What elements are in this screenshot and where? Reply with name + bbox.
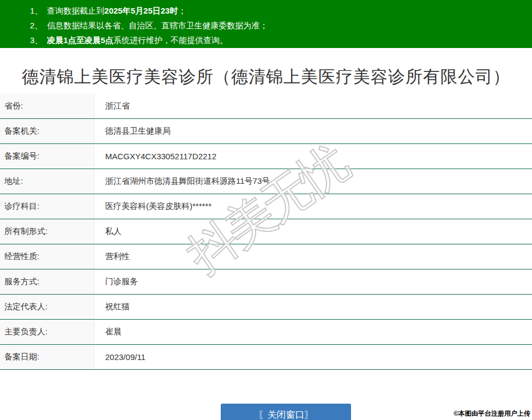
notice-line-3: 3、凌晨1点至凌晨5点系统进行维护，不能提供查询。 bbox=[0, 33, 532, 47]
row-label: 所有制形式: bbox=[0, 219, 94, 244]
table-row-ownership-form: 所有制形式: 私人 bbox=[0, 219, 532, 244]
table-row-service-mode: 服务方式: 门诊服务 bbox=[0, 269, 532, 295]
notice-text: 系统进行维护，不能提供查询。 bbox=[113, 35, 228, 45]
row-value: 浙江省湖州市德清县舞阳街道科源路11号73号 bbox=[94, 169, 532, 194]
row-label: 备案日期: bbox=[0, 345, 94, 369]
notice-line-1: 1、查询数据截止到2025年5月25日23时； bbox=[0, 3, 532, 18]
notice-text: ； bbox=[178, 6, 186, 15]
row-value: 浙江省 bbox=[94, 94, 532, 118]
row-label: 服务方式: bbox=[0, 269, 94, 294]
record-info-table: 省份: 浙江省 备案机关: 德清县卫生健康局 备案编号: MACGXY4CX33… bbox=[0, 94, 532, 370]
record-query-page: 1、查询数据截止到2025年5月25日23时； 2、信息数据结果以各省、自治区、… bbox=[0, 0, 532, 420]
page-title: 德清锦上美医疗美容诊所（德清锦上美医疗美容诊所有限公司） bbox=[0, 65, 532, 88]
row-label: 地址: bbox=[0, 169, 94, 194]
table-row-filing-date: 备案日期: 2023/09/11 bbox=[0, 345, 532, 370]
row-label: 主要负责人: bbox=[0, 320, 94, 344]
row-label: 备案编号: bbox=[0, 144, 94, 169]
notice-number: 2、 bbox=[30, 21, 43, 30]
notice-line-2: 2、信息数据结果以各省、自治区、直辖市卫生健康委数据为准； bbox=[0, 18, 532, 33]
table-row-legal-representative: 法定代表人: 祝红猫 bbox=[0, 295, 532, 320]
row-value: 门诊服务 bbox=[94, 269, 532, 294]
row-value: 2023/09/11 bbox=[94, 345, 532, 369]
row-value: 祝红猫 bbox=[94, 295, 532, 319]
notice-number: 1、 bbox=[30, 6, 43, 15]
table-row-filing-authority: 备案机关: 德清县卫生健康局 bbox=[0, 119, 532, 144]
row-value: MACGXY4CX33052117D2212 bbox=[94, 144, 532, 169]
notice-number: 3、 bbox=[30, 35, 43, 45]
row-label: 经营性质: bbox=[0, 244, 94, 269]
notice-text: 查询数据截止到 bbox=[47, 6, 104, 15]
row-value: 德清县卫生健康局 bbox=[94, 119, 532, 143]
notice-text-bold: 凌晨1点至凌晨5点 bbox=[47, 35, 113, 45]
row-value: 私人 bbox=[94, 219, 532, 244]
row-label: 法定代表人: bbox=[0, 295, 94, 319]
notice-text: 信息数据结果以各省、自治区、直辖市卫生健康委数据为准； bbox=[47, 21, 268, 30]
row-value: 崔晨 bbox=[94, 320, 532, 344]
row-value: 医疗美容科(美容皮肤科)****** bbox=[94, 194, 532, 219]
row-label: 省份: bbox=[0, 94, 94, 118]
table-row-address: 地址: 浙江省湖州市德清县舞阳街道科源路11号73号 bbox=[0, 169, 532, 194]
notice-banner: 1、查询数据截止到2025年5月25日23时； 2、信息数据结果以各省、自治区、… bbox=[0, 0, 532, 48]
row-label: 诊疗科目: bbox=[0, 194, 94, 219]
table-row-filing-number: 备案编号: MACGXY4CX33052117D2212 bbox=[0, 144, 532, 169]
notice-text-bold: 2025年5月25日23时 bbox=[104, 6, 178, 15]
table-row-treatment-subjects: 诊疗科目: 医疗美容科(美容皮肤科)****** bbox=[0, 194, 532, 219]
upload-attribution-note: ©本图由平台注册用户上传 bbox=[454, 409, 530, 418]
row-label: 备案机关: bbox=[0, 119, 94, 143]
table-row-business-nature: 经营性质: 营利性 bbox=[0, 244, 532, 269]
table-row-province: 省份: 浙江省 bbox=[0, 94, 532, 119]
row-value: 营利性 bbox=[94, 244, 532, 269]
table-row-principal: 主要负责人: 崔晨 bbox=[0, 320, 532, 345]
close-window-button[interactable]: 〖关闭窗口〗 bbox=[221, 404, 351, 420]
